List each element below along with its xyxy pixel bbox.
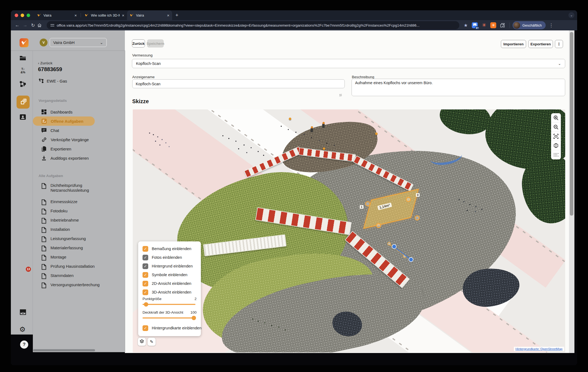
task-item-dichtheitspruefung[interactable]: Dichtheitsprüfung Netzanschlussleitung bbox=[33, 183, 125, 193]
sketch-viewer-canvas[interactable]: 1 0 1,14m² bbox=[133, 109, 565, 352]
pencil-button[interactable]: ✎ bbox=[147, 338, 156, 346]
browser-menu-icon[interactable]: ⋮ bbox=[546, 23, 556, 28]
measurement-endpoint[interactable] bbox=[409, 257, 413, 262]
hubspot-square-icon[interactable]: ✳ bbox=[490, 22, 496, 28]
workflow-icon[interactable] bbox=[19, 80, 27, 88]
document-icon bbox=[41, 245, 47, 251]
sidebar-item-dashboards[interactable]: Dashboards bbox=[33, 107, 114, 116]
checkbox-row-3d-ansicht[interactable]: 3D-Ansicht einblenden bbox=[143, 289, 191, 295]
forward-icon[interactable]: → bbox=[21, 23, 29, 28]
profile-button[interactable]: Geschäftlich bbox=[513, 21, 546, 29]
address-bar[interactable]: office.vaira.app/o/c7be7mnm5f1rdro8tg2g/… bbox=[47, 21, 459, 29]
contacts-icon[interactable] bbox=[19, 114, 27, 121]
export-button[interactable]: Exportieren bbox=[528, 40, 553, 48]
back-icon[interactable]: ← bbox=[14, 23, 21, 28]
task-item-stammdaten[interactable]: Stammdaten bbox=[33, 273, 125, 279]
help-button[interactable]: ? bbox=[20, 341, 28, 349]
sidebar-item-exportieren[interactable]: Exportieren bbox=[33, 144, 114, 153]
checkbox-row-hintergrund[interactable]: Hintergrund einblenden bbox=[143, 263, 193, 269]
task-item-montage[interactable]: Montage bbox=[33, 255, 125, 261]
reload-icon[interactable]: ↻ bbox=[29, 23, 37, 28]
close-tab-icon[interactable]: × bbox=[122, 13, 124, 17]
save-button[interactable]: Speichern bbox=[147, 39, 164, 48]
point-size-button[interactable] bbox=[551, 150, 561, 159]
minimize-window-button[interactable] bbox=[21, 14, 24, 17]
back-link[interactable]: ‹ Zurück bbox=[38, 61, 52, 65]
bookmark-star-icon[interactable]: ★ bbox=[461, 23, 470, 28]
checkbox-checked-icon[interactable] bbox=[143, 255, 148, 260]
sidebar-item-auditlogs[interactable]: Auditlogs exportieren bbox=[33, 153, 114, 163]
project-row[interactable]: EWE - Gas bbox=[39, 78, 67, 84]
tab-search-button[interactable]: ⌄ bbox=[568, 12, 574, 18]
checkbox-row-symbole[interactable]: Symbole einblenden bbox=[143, 272, 187, 278]
checkbox-row-bemassung[interactable]: Bemaßung einblenden bbox=[143, 246, 191, 252]
checkbox-checked-icon[interactable] bbox=[143, 263, 148, 269]
task-item-leistungserfassung[interactable]: Leistungserfassung bbox=[33, 236, 125, 242]
extensions-puzzle-icon[interactable] bbox=[500, 23, 505, 28]
zoom-in-button[interactable] bbox=[551, 113, 561, 122]
extension-icon-blue[interactable]: 9+ bbox=[472, 22, 478, 28]
opacity-slider[interactable] bbox=[143, 317, 195, 319]
fit-view-button[interactable] bbox=[551, 132, 561, 141]
task-item-pruefung-hausinstallation[interactable]: Prüfung Hausinstallation bbox=[33, 264, 125, 270]
beschreibung-textarea[interactable]: Aufnahme eines Kopflochs vor unserem Bür… bbox=[352, 79, 565, 96]
task-item-versorgungsunterbrechung[interactable]: Versorgungsunterbrechung bbox=[33, 282, 125, 288]
layers-button[interactable] bbox=[138, 338, 146, 346]
task-item-materialerfassung[interactable]: Materialerfassung bbox=[33, 245, 125, 251]
measurement-vertex[interactable] bbox=[406, 197, 411, 202]
projects-folder-icon[interactable] bbox=[19, 55, 27, 62]
chevron-down-icon: ⌄ bbox=[100, 40, 103, 45]
checkbox-row-2d-ansicht[interactable]: 2D-Ansicht einblenden bbox=[143, 280, 191, 286]
profile-label: Geschäftlich bbox=[522, 23, 542, 27]
map-attribution-link[interactable]: Hintergrundkarte: OpenStreetMap bbox=[514, 347, 564, 351]
import-button[interactable]: Importieren bbox=[501, 40, 526, 48]
more-options-button[interactable]: ⋮ bbox=[555, 40, 563, 48]
textarea-resize-handle[interactable] bbox=[339, 94, 342, 96]
feedback-inbox-icon[interactable] bbox=[19, 308, 27, 316]
vertical-scrollbar-thumb[interactable] bbox=[570, 32, 573, 216]
measurement-vertex[interactable] bbox=[415, 215, 420, 220]
measurement-vertex[interactable] bbox=[376, 223, 381, 228]
hubspot-outline-icon[interactable]: ✳ bbox=[481, 22, 487, 28]
site-settings-icon[interactable] bbox=[50, 24, 54, 27]
3d-view-toggle-button[interactable] bbox=[551, 141, 561, 150]
task-item-inbetriebnahme[interactable]: Inbetriebnahme bbox=[33, 218, 125, 224]
new-tab-button[interactable]: + bbox=[172, 12, 182, 18]
anzeigename-input[interactable] bbox=[132, 79, 345, 88]
checkbox-checked-icon[interactable] bbox=[143, 281, 148, 286]
checkbox-checked-icon[interactable] bbox=[143, 246, 148, 252]
sidebar-item-chat[interactable]: Chat bbox=[33, 126, 114, 135]
slider-knob[interactable] bbox=[144, 302, 148, 307]
slider-knob[interactable] bbox=[192, 316, 196, 320]
zoom-out-button[interactable] bbox=[551, 122, 561, 132]
checkbox-checked-icon[interactable] bbox=[143, 325, 148, 331]
active-rail-item-processes[interactable] bbox=[17, 96, 30, 109]
org-select[interactable]: Vaira GmbH ⌄ bbox=[50, 38, 107, 47]
checkbox-checked-icon[interactable] bbox=[143, 272, 148, 278]
gear-icon[interactable]: ⚙ bbox=[19, 326, 27, 333]
close-window-button[interactable] bbox=[15, 14, 18, 17]
point-size-slider[interactable] bbox=[143, 304, 195, 305]
close-tab-icon[interactable]: × bbox=[74, 13, 77, 17]
checkbox-row-hintergrundkarte[interactable]: Hintergrundkarte einblenden bbox=[143, 325, 201, 331]
symbols-icon[interactable]: T♪&% bbox=[19, 67, 27, 75]
checkbox-row-fotos[interactable]: Fotos einblenden bbox=[143, 254, 182, 260]
vermessung-select[interactable]: Kopfloch-Scan ⌄ bbox=[132, 59, 565, 68]
sidebar-item-verknuepfte-vorgaenge[interactable]: Verknüpfte Vorgänge bbox=[33, 135, 114, 144]
zoom-window-button[interactable] bbox=[27, 14, 30, 17]
sidebar-item-offene-aufgaben[interactable]: Offene Aufgaben bbox=[33, 116, 95, 126]
home-icon[interactable] bbox=[37, 23, 45, 28]
task-item-fotodoku[interactable]: Fotodoku bbox=[33, 209, 125, 215]
measurement-endpoint[interactable] bbox=[392, 244, 397, 249]
back-button[interactable]: Zurück bbox=[132, 39, 145, 48]
task-item-installation[interactable]: Installation bbox=[33, 227, 125, 233]
tab-3d-modelle[interactable]: Wie sollte ich 3D-Modelle mit × bbox=[82, 10, 127, 20]
checkbox-checked-icon[interactable] bbox=[143, 289, 148, 295]
task-item-einmessskizze[interactable]: Einmessskizze bbox=[33, 199, 125, 205]
tab-vaira-active[interactable]: Vaira × bbox=[127, 10, 172, 20]
horizontal-scrollbar-thumb[interactable] bbox=[33, 349, 95, 351]
measurement-point[interactable] bbox=[387, 242, 391, 245]
measurement-vertex[interactable] bbox=[365, 201, 370, 206]
tab-vaira-1[interactable]: Vaira × bbox=[34, 10, 80, 20]
close-tab-icon[interactable]: × bbox=[167, 13, 169, 17]
